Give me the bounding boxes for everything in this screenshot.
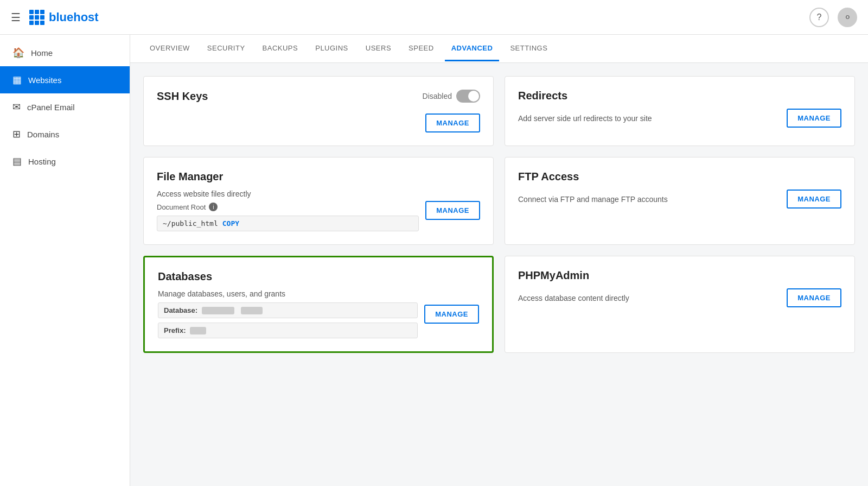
domains-icon: ⊞ [12, 128, 21, 140]
email-icon: ✉ [12, 101, 21, 113]
sidebar-item-hosting[interactable]: ▤ Hosting [0, 148, 130, 175]
prefix-field: Prefix: [158, 323, 418, 338]
card-ssh-keys: SSH Keys Disabled MANAGE [143, 76, 494, 146]
ftp-access-manage-button[interactable]: MANAGE [787, 190, 841, 209]
doc-root-info-icon[interactable]: i [209, 203, 218, 211]
ftp-access-description: Connect via FTP and manage FTP accounts [518, 195, 780, 204]
logo-grid-icon [29, 10, 44, 25]
doc-root-label: Document Root i [157, 203, 419, 211]
phpmyadmin-title: PHPMyAdmin [518, 269, 841, 282]
sidebar-item-home-label: Home [31, 48, 53, 58]
database-field: Database: [158, 302, 418, 318]
card-file-manager: File Manager Access website files direct… [143, 157, 494, 245]
sidebar-item-cpanel-email-label: cPanel Email [27, 103, 75, 112]
tab-speed[interactable]: SPEED [402, 36, 441, 61]
databases-description: Manage databases, users, and grants [158, 289, 418, 298]
websites-icon: ▦ [12, 74, 22, 86]
home-icon: 🏠 [12, 47, 24, 59]
ssh-toggle-label: Disabled [423, 92, 452, 100]
sidebar-item-domains-label: Domains [27, 130, 59, 139]
tab-overview[interactable]: OVERVIEW [143, 36, 196, 61]
redirects-description: Add server side url redirects to your si… [518, 114, 780, 123]
logo[interactable]: bluehost [29, 10, 99, 25]
card-redirects: Redirects Add server side url redirects … [505, 76, 855, 146]
file-manager-title: File Manager [157, 171, 480, 183]
navbar: ☰ bluehost ? ⚬ [0, 0, 868, 35]
tab-backups[interactable]: BACKUPS [256, 36, 305, 61]
sidebar-item-websites[interactable]: ▦ Websites [0, 66, 130, 93]
tab-security[interactable]: SECURITY [201, 36, 252, 61]
sidebar-item-domains[interactable]: ⊞ Domains [0, 121, 130, 148]
redirects-title: Redirects [518, 90, 841, 102]
sidebar-item-cpanel-email[interactable]: ✉ cPanel Email [0, 93, 130, 121]
copy-button[interactable]: COPY [222, 219, 239, 228]
ssh-toggle-container: Disabled [423, 90, 480, 103]
ssh-keys-title: SSH Keys [157, 90, 208, 103]
ssh-manage-button[interactable]: MANAGE [425, 113, 480, 132]
prefix-value [190, 327, 206, 334]
databases-info: Manage databases, users, and grants Data… [158, 289, 418, 338]
sidebar: 🏠 Home ▦ Websites ✉ cPanel Email ⊞ Domai… [0, 35, 130, 486]
tab-settings[interactable]: SETTINGS [503, 36, 554, 61]
database-value2 [241, 307, 263, 314]
ftp-access-title: FTP Access [518, 171, 841, 183]
sidebar-item-hosting-label: Hosting [28, 157, 56, 166]
databases-title: Databases [158, 270, 479, 283]
tab-bar: OVERVIEW SECURITY BACKUPS PLUGINS USERS … [130, 35, 868, 63]
avatar[interactable]: ⚬ [838, 8, 857, 27]
tab-users[interactable]: USERS [359, 36, 398, 61]
help-icon[interactable]: ? [809, 8, 829, 27]
databases-manage-button[interactable]: MANAGE [424, 305, 479, 324]
redirects-manage-button[interactable]: MANAGE [787, 109, 841, 128]
layout: 🏠 Home ▦ Websites ✉ cPanel Email ⊞ Domai… [0, 0, 868, 486]
prefix-label: Prefix: [164, 326, 186, 334]
tab-plugins[interactable]: PLUGINS [309, 36, 355, 61]
card-phpmyadmin: PHPMyAdmin Access database content direc… [505, 256, 855, 353]
ssh-toggle[interactable] [456, 90, 480, 103]
menu-icon[interactable]: ☰ [11, 11, 21, 24]
hosting-icon: ▤ [12, 155, 22, 167]
navbar-actions: ? ⚬ [809, 8, 857, 27]
cards-grid: SSH Keys Disabled MANAGE Redirects Add s… [130, 63, 868, 366]
database-value [202, 307, 234, 314]
logo-text: bluehost [49, 10, 99, 24]
database-label: Database: [164, 306, 197, 314]
phpmyadmin-manage-button[interactable]: MANAGE [787, 288, 841, 307]
doc-root-path: ~/public_html COPY [157, 216, 419, 231]
file-manager-manage-button[interactable]: MANAGE [425, 201, 480, 220]
card-ftp-access: FTP Access Connect via FTP and manage FT… [505, 157, 855, 245]
phpmyadmin-description: Access database content directly [518, 294, 780, 302]
card-databases: Databases Manage databases, users, and g… [143, 256, 494, 353]
file-manager-description: Access website files directly [157, 190, 419, 198]
tab-advanced[interactable]: ADVANCED [445, 36, 500, 61]
sidebar-item-websites-label: Websites [28, 75, 61, 85]
file-manager-info: Access website files directly Document R… [157, 190, 419, 231]
main-content: OVERVIEW SECURITY BACKUPS PLUGINS USERS … [130, 35, 868, 486]
sidebar-item-home[interactable]: 🏠 Home [0, 39, 130, 66]
